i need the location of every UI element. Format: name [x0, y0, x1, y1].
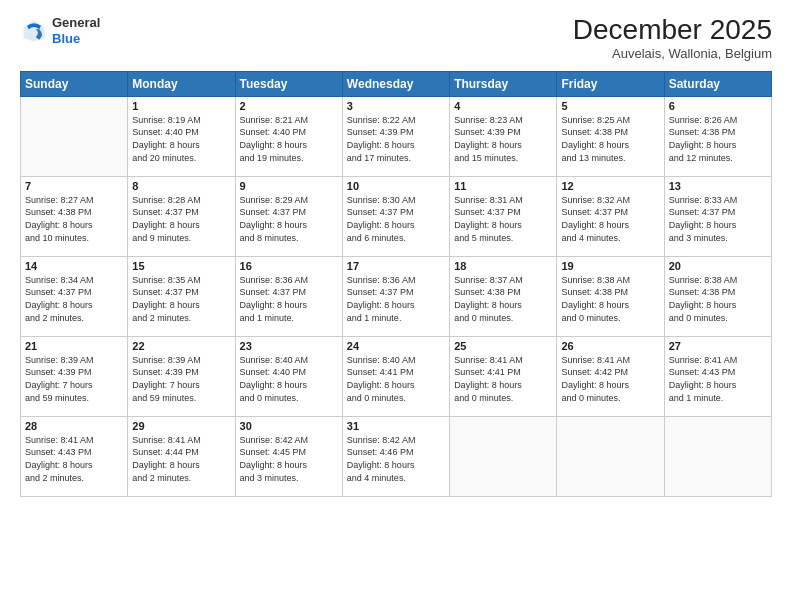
day-number: 9 [240, 180, 338, 192]
day-info: Sunrise: 8:36 AMSunset: 4:37 PMDaylight:… [240, 274, 338, 324]
day-info: Sunrise: 8:41 AMSunset: 4:43 PMDaylight:… [669, 354, 767, 404]
calendar-week-4: 28Sunrise: 8:41 AMSunset: 4:43 PMDayligh… [21, 416, 772, 496]
day-number: 18 [454, 260, 552, 272]
day-info: Sunrise: 8:23 AMSunset: 4:39 PMDaylight:… [454, 114, 552, 164]
day-number: 6 [669, 100, 767, 112]
day-number: 22 [132, 340, 230, 352]
day-number: 17 [347, 260, 445, 272]
day-number: 3 [347, 100, 445, 112]
calendar-table: SundayMondayTuesdayWednesdayThursdayFrid… [20, 71, 772, 497]
calendar-week-2: 14Sunrise: 8:34 AMSunset: 4:37 PMDayligh… [21, 256, 772, 336]
day-info: Sunrise: 8:39 AMSunset: 4:39 PMDaylight:… [132, 354, 230, 404]
calendar-cell: 1Sunrise: 8:19 AMSunset: 4:40 PMDaylight… [128, 96, 235, 176]
day-info: Sunrise: 8:28 AMSunset: 4:37 PMDaylight:… [132, 194, 230, 244]
col-header-friday: Friday [557, 71, 664, 96]
calendar-cell: 9Sunrise: 8:29 AMSunset: 4:37 PMDaylight… [235, 176, 342, 256]
calendar-cell: 30Sunrise: 8:42 AMSunset: 4:45 PMDayligh… [235, 416, 342, 496]
day-number: 27 [669, 340, 767, 352]
calendar-cell: 7Sunrise: 8:27 AMSunset: 4:38 PMDaylight… [21, 176, 128, 256]
calendar-cell: 29Sunrise: 8:41 AMSunset: 4:44 PMDayligh… [128, 416, 235, 496]
calendar-cell: 4Sunrise: 8:23 AMSunset: 4:39 PMDaylight… [450, 96, 557, 176]
calendar-cell: 27Sunrise: 8:41 AMSunset: 4:43 PMDayligh… [664, 336, 771, 416]
calendar-cell: 19Sunrise: 8:38 AMSunset: 4:38 PMDayligh… [557, 256, 664, 336]
day-info: Sunrise: 8:41 AMSunset: 4:44 PMDaylight:… [132, 434, 230, 484]
day-number: 26 [561, 340, 659, 352]
calendar-cell: 31Sunrise: 8:42 AMSunset: 4:46 PMDayligh… [342, 416, 449, 496]
calendar-cell [664, 416, 771, 496]
header: General Blue December 2025 Auvelais, Wal… [20, 15, 772, 61]
calendar-cell [450, 416, 557, 496]
day-number: 12 [561, 180, 659, 192]
calendar-cell: 26Sunrise: 8:41 AMSunset: 4:42 PMDayligh… [557, 336, 664, 416]
day-info: Sunrise: 8:21 AMSunset: 4:40 PMDaylight:… [240, 114, 338, 164]
day-number: 30 [240, 420, 338, 432]
day-number: 21 [25, 340, 123, 352]
col-header-monday: Monday [128, 71, 235, 96]
day-number: 11 [454, 180, 552, 192]
logo: General Blue [20, 15, 100, 46]
day-info: Sunrise: 8:42 AMSunset: 4:45 PMDaylight:… [240, 434, 338, 484]
day-number: 23 [240, 340, 338, 352]
col-header-wednesday: Wednesday [342, 71, 449, 96]
day-number: 1 [132, 100, 230, 112]
day-info: Sunrise: 8:35 AMSunset: 4:37 PMDaylight:… [132, 274, 230, 324]
day-info: Sunrise: 8:37 AMSunset: 4:38 PMDaylight:… [454, 274, 552, 324]
calendar-cell: 11Sunrise: 8:31 AMSunset: 4:37 PMDayligh… [450, 176, 557, 256]
day-number: 29 [132, 420, 230, 432]
day-info: Sunrise: 8:33 AMSunset: 4:37 PMDaylight:… [669, 194, 767, 244]
logo-general: General [52, 15, 100, 31]
col-header-saturday: Saturday [664, 71, 771, 96]
calendar-cell: 12Sunrise: 8:32 AMSunset: 4:37 PMDayligh… [557, 176, 664, 256]
day-info: Sunrise: 8:36 AMSunset: 4:37 PMDaylight:… [347, 274, 445, 324]
col-header-sunday: Sunday [21, 71, 128, 96]
logo-text: General Blue [52, 15, 100, 46]
day-info: Sunrise: 8:40 AMSunset: 4:41 PMDaylight:… [347, 354, 445, 404]
day-info: Sunrise: 8:30 AMSunset: 4:37 PMDaylight:… [347, 194, 445, 244]
day-number: 24 [347, 340, 445, 352]
calendar-cell: 24Sunrise: 8:40 AMSunset: 4:41 PMDayligh… [342, 336, 449, 416]
calendar-cell: 20Sunrise: 8:38 AMSunset: 4:38 PMDayligh… [664, 256, 771, 336]
day-number: 7 [25, 180, 123, 192]
day-info: Sunrise: 8:40 AMSunset: 4:40 PMDaylight:… [240, 354, 338, 404]
calendar-week-1: 7Sunrise: 8:27 AMSunset: 4:38 PMDaylight… [21, 176, 772, 256]
day-info: Sunrise: 8:38 AMSunset: 4:38 PMDaylight:… [561, 274, 659, 324]
day-number: 13 [669, 180, 767, 192]
day-info: Sunrise: 8:22 AMSunset: 4:39 PMDaylight:… [347, 114, 445, 164]
day-info: Sunrise: 8:34 AMSunset: 4:37 PMDaylight:… [25, 274, 123, 324]
calendar-week-3: 21Sunrise: 8:39 AMSunset: 4:39 PMDayligh… [21, 336, 772, 416]
calendar-cell [21, 96, 128, 176]
day-info: Sunrise: 8:42 AMSunset: 4:46 PMDaylight:… [347, 434, 445, 484]
calendar-cell: 10Sunrise: 8:30 AMSunset: 4:37 PMDayligh… [342, 176, 449, 256]
calendar-cell: 5Sunrise: 8:25 AMSunset: 4:38 PMDaylight… [557, 96, 664, 176]
day-info: Sunrise: 8:41 AMSunset: 4:41 PMDaylight:… [454, 354, 552, 404]
calendar-cell: 6Sunrise: 8:26 AMSunset: 4:38 PMDaylight… [664, 96, 771, 176]
col-header-thursday: Thursday [450, 71, 557, 96]
day-info: Sunrise: 8:32 AMSunset: 4:37 PMDaylight:… [561, 194, 659, 244]
calendar-cell: 16Sunrise: 8:36 AMSunset: 4:37 PMDayligh… [235, 256, 342, 336]
calendar-cell: 28Sunrise: 8:41 AMSunset: 4:43 PMDayligh… [21, 416, 128, 496]
day-number: 25 [454, 340, 552, 352]
day-info: Sunrise: 8:38 AMSunset: 4:38 PMDaylight:… [669, 274, 767, 324]
calendar-cell [557, 416, 664, 496]
location: Auvelais, Wallonia, Belgium [573, 46, 772, 61]
calendar-cell: 18Sunrise: 8:37 AMSunset: 4:38 PMDayligh… [450, 256, 557, 336]
day-number: 15 [132, 260, 230, 272]
day-info: Sunrise: 8:31 AMSunset: 4:37 PMDaylight:… [454, 194, 552, 244]
month-year: December 2025 [573, 15, 772, 46]
page: General Blue December 2025 Auvelais, Wal… [0, 0, 792, 612]
day-number: 14 [25, 260, 123, 272]
calendar-week-0: 1Sunrise: 8:19 AMSunset: 4:40 PMDaylight… [21, 96, 772, 176]
day-number: 19 [561, 260, 659, 272]
calendar-cell: 15Sunrise: 8:35 AMSunset: 4:37 PMDayligh… [128, 256, 235, 336]
calendar-cell: 3Sunrise: 8:22 AMSunset: 4:39 PMDaylight… [342, 96, 449, 176]
day-number: 2 [240, 100, 338, 112]
col-header-tuesday: Tuesday [235, 71, 342, 96]
calendar-cell: 23Sunrise: 8:40 AMSunset: 4:40 PMDayligh… [235, 336, 342, 416]
day-number: 20 [669, 260, 767, 272]
calendar-cell: 2Sunrise: 8:21 AMSunset: 4:40 PMDaylight… [235, 96, 342, 176]
title-block: December 2025 Auvelais, Wallonia, Belgiu… [573, 15, 772, 61]
day-info: Sunrise: 8:27 AMSunset: 4:38 PMDaylight:… [25, 194, 123, 244]
calendar-cell: 17Sunrise: 8:36 AMSunset: 4:37 PMDayligh… [342, 256, 449, 336]
calendar-cell: 22Sunrise: 8:39 AMSunset: 4:39 PMDayligh… [128, 336, 235, 416]
day-number: 16 [240, 260, 338, 272]
